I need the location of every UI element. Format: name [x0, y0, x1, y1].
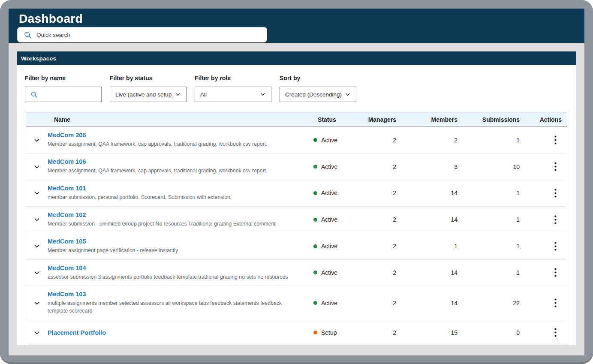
main-header: Dashboard: [9, 9, 584, 43]
status-dot-icon: [313, 271, 317, 274]
row-actions-menu-button[interactable]: [551, 214, 560, 225]
workspaces-panel: Workspaces Filter by name: [17, 51, 576, 345]
actions-cell: [525, 135, 567, 145]
expander-cell: [26, 162, 48, 171]
expand-row-button[interactable]: [33, 328, 41, 337]
expand-row-button[interactable]: [33, 189, 41, 197]
filter-name-input[interactable]: [42, 87, 96, 102]
status-dot-icon: [313, 191, 317, 195]
row-actions-menu-button[interactable]: [551, 135, 560, 145]
row-actions-menu-button[interactable]: [551, 267, 560, 278]
app-window: Dashboard Workspaces Filter by name: [0, 0, 593, 364]
workspace-link[interactable]: MedCom 106: [48, 158, 86, 165]
quick-search-bar: [17, 27, 267, 42]
members-count: 1: [401, 243, 463, 250]
filter-role-value: All: [200, 91, 207, 98]
status-label: Active: [321, 190, 337, 196]
name-cell: MedCom 104 assessor submission 3 assignm…: [48, 260, 294, 286]
members-count: 14: [401, 216, 463, 223]
expand-row-button[interactable]: [33, 299, 41, 307]
workspace-description: Member assignment page verification - re…: [48, 247, 291, 255]
expand-row-button[interactable]: [33, 242, 41, 250]
submissions-count: 1: [463, 190, 525, 196]
table-row: MedCom 206 Member assignment, QAA framew…: [26, 127, 567, 153]
row-actions-menu-button[interactable]: [551, 161, 560, 172]
row-actions-menu-button[interactable]: [551, 327, 560, 338]
table-row: MedCom 103 multiple assignments member s…: [26, 286, 567, 320]
status-cell: Active: [294, 163, 353, 170]
kebab-menu-icon: [554, 242, 557, 251]
name-cell: Placement Portfolio: [48, 325, 294, 341]
filter-role-select[interactable]: All: [195, 87, 271, 102]
row-actions-menu-button[interactable]: [551, 241, 560, 252]
table-row: MedCom 101 member submission, personal p…: [26, 180, 567, 206]
sort-by-select[interactable]: Created (Descending): [280, 87, 356, 102]
filter-by-role-label: Filter by role: [195, 75, 271, 81]
row-actions-menu-button[interactable]: [551, 188, 560, 199]
kebab-menu-icon: [554, 135, 557, 144]
actions-cell: [525, 327, 567, 338]
expander-cell: [26, 189, 48, 197]
submissions-count: 22: [463, 300, 525, 307]
expand-row-button[interactable]: [33, 162, 41, 171]
filter-by-status-group: Filter by status Live (active and setup): [110, 75, 187, 102]
actions-cell: [525, 161, 567, 172]
expander-cell: [26, 328, 48, 337]
expand-row-button[interactable]: [33, 268, 41, 277]
table-header-row: Name Status Managers Members Submissions…: [26, 112, 567, 127]
column-header-members: Members: [401, 116, 463, 123]
workspace-description: Member assignment, QAA framework, cap ap…: [48, 141, 291, 148]
expand-row-button[interactable]: [33, 136, 41, 144]
search-icon: [24, 31, 32, 39]
name-cell: MedCom 101 member submission, personal p…: [48, 180, 294, 206]
chevron-down-icon: [33, 329, 40, 336]
sort-by-value: Created (Descending): [285, 91, 342, 98]
status-dot-icon: [313, 218, 317, 222]
chevron-down-icon: [33, 243, 40, 250]
submissions-count: 1: [463, 137, 525, 144]
chevron-down-icon: [33, 216, 40, 223]
table-row: Placement Portfolio Setup 2 15 0: [26, 320, 567, 345]
members-count: 3: [401, 163, 463, 170]
quick-search-input[interactable]: [36, 27, 267, 42]
chevron-down-icon: [345, 91, 351, 97]
kebab-menu-icon: [554, 328, 557, 337]
managers-count: 2: [353, 216, 401, 223]
kebab-menu-icon: [554, 215, 557, 224]
status-cell: Active: [294, 137, 353, 144]
kebab-menu-icon: [554, 268, 557, 277]
expander-cell: [26, 215, 48, 224]
filter-status-value: Live (active and setup): [115, 91, 172, 98]
actions-cell: [525, 241, 567, 252]
kebab-menu-icon: [554, 189, 557, 198]
workspace-link[interactable]: Placement Portfolio: [48, 329, 106, 336]
expand-row-button[interactable]: [33, 215, 41, 224]
table-row: MedCom 106 Member assignment, QAA framew…: [26, 153, 567, 180]
table-row: MedCom 102 Member submission - unlimited…: [26, 206, 567, 233]
submissions-count: 1: [463, 243, 525, 250]
filter-by-status-label: Filter by status: [110, 75, 187, 81]
managers-count: 2: [353, 137, 401, 144]
workspace-link[interactable]: MedCom 101: [48, 185, 86, 192]
table-body: MedCom 206 Member assignment, QAA framew…: [26, 127, 567, 345]
filter-by-name-label: Filter by name: [25, 75, 102, 81]
submissions-count: 1: [463, 269, 525, 276]
column-header-name: Name: [48, 116, 294, 123]
workspace-link[interactable]: MedCom 102: [48, 211, 86, 218]
workspace-description: multiple assignments member selected ass…: [48, 300, 291, 315]
expander-cell: [26, 299, 48, 307]
status-cell: Active: [294, 216, 353, 223]
workspace-link[interactable]: MedCom 206: [48, 132, 86, 138]
filter-status-select[interactable]: Live (active and setup): [110, 87, 187, 102]
workspace-link[interactable]: MedCom 104: [48, 265, 86, 271]
name-cell: MedCom 106 Member assignment, QAA framew…: [48, 153, 294, 180]
members-count: 15: [401, 329, 463, 336]
row-actions-menu-button[interactable]: [551, 298, 560, 308]
workspace-link[interactable]: MedCom 103: [48, 291, 86, 298]
status-label: Active: [321, 243, 337, 250]
workspace-link[interactable]: MedCom 105: [48, 238, 86, 245]
status-dot-icon: [313, 165, 317, 168]
filter-by-role-group: Filter by role All: [195, 75, 271, 102]
actions-cell: [525, 188, 567, 199]
chevron-down-icon: [33, 190, 40, 196]
